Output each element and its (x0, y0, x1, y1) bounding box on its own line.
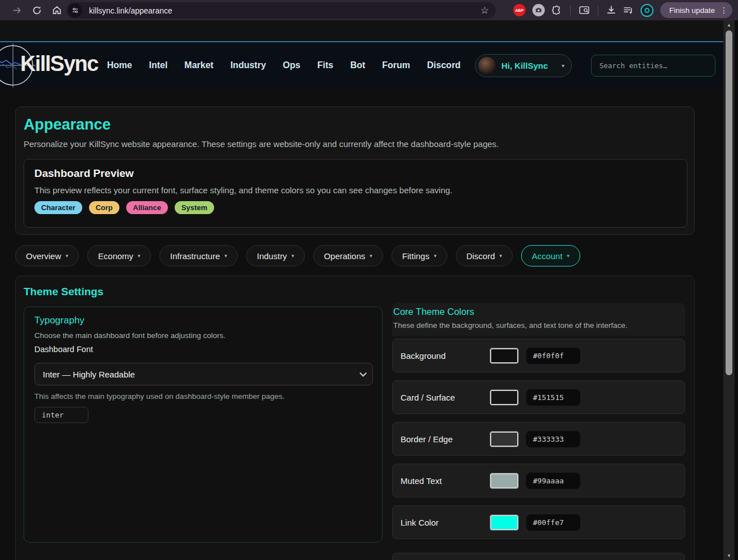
site-settings-icon[interactable] (68, 3, 82, 17)
page-title: Appearance (24, 116, 111, 134)
color-swatch[interactable] (490, 432, 518, 447)
browser-toolbar: killsync.link/appearance ☆ ABP Finish up… (0, 0, 738, 20)
nav-home[interactable]: Home (107, 60, 132, 70)
camera-extension-icon[interactable] (532, 4, 545, 16)
badge-system: System (175, 201, 214, 214)
account-greeting: Hi, KillSync (501, 61, 562, 70)
color-row-muted-text: Muted Text #99aaaa (392, 464, 685, 497)
typography-panel: Typography Choose the main dashboard fon… (24, 306, 383, 543)
hex-value: #333333 (526, 431, 580, 447)
scrollbar-thumb[interactable] (726, 30, 732, 375)
playlist-icon[interactable] (623, 6, 634, 15)
tab-discord[interactable]: Discord▾ (456, 245, 513, 266)
caret-down-icon: ▾ (370, 253, 372, 259)
typography-subtitle: Choose the main dashboard font before ad… (34, 331, 225, 340)
badge-corp: Corp (89, 201, 119, 214)
color-swatch[interactable] (490, 390, 518, 405)
nav-market[interactable]: Market (184, 60, 214, 70)
adblock-extension-icon[interactable]: ABP (513, 4, 526, 16)
avatar (478, 57, 496, 74)
theme-settings-title: Theme Settings (24, 286, 103, 298)
downloads-icon[interactable] (606, 5, 616, 15)
caret-down-icon: ▾ (562, 63, 564, 69)
preview-title: Dashboard Preview (34, 167, 134, 180)
main-nav: Home Intel Market Industry Ops Fits Bot … (107, 42, 461, 88)
site-header: KillSync Home Intel Market Industry Ops … (0, 42, 724, 88)
core-colors-subtitle: These define the background, surfaces, a… (393, 321, 684, 330)
core-colors-panel: Core Theme Colors These define the backg… (392, 303, 685, 336)
color-row-background: Background #0f0f0f (392, 339, 685, 372)
page-scrollbar[interactable]: ▲ ▼ (723, 20, 735, 560)
core-colors-title: Core Theme Colors (393, 306, 684, 317)
page-description: Personalize your KillSync website appear… (24, 139, 499, 149)
chevron-down-icon (359, 370, 367, 377)
font-key-chip: inter (34, 407, 88, 423)
caret-down-icon: ▾ (138, 253, 141, 259)
home-icon[interactable] (47, 0, 66, 20)
color-swatch[interactable] (490, 348, 518, 363)
extensions-puzzle-icon[interactable] (552, 5, 562, 16)
hex-value: #99aaaa (526, 473, 580, 489)
scroll-up-icon[interactable]: ▲ (723, 20, 735, 29)
account-menu-button[interactable]: Hi, KillSync ▾ (475, 54, 572, 77)
dashboard-tabs: Overview▾ Economy▾ Infrastructure▾ Indus… (15, 245, 580, 266)
color-row-link-color: Link Color #00ffe7 (392, 505, 685, 539)
url-text[interactable]: killsync.link/appearance (89, 6, 481, 15)
dashboard-preview-card: Dashboard Preview This preview reflects … (24, 159, 687, 228)
color-row-border-edge: Border / Edge #333333 (392, 422, 685, 456)
nav-ops[interactable]: Ops (283, 60, 300, 70)
hex-value: #151515 (526, 389, 580, 406)
browser-menu-icon[interactable]: ⋮ (720, 6, 728, 15)
url-bar[interactable]: killsync.link/appearance ☆ (66, 2, 496, 19)
preview-description: This preview reflects your current font,… (34, 185, 452, 195)
bookmark-star-icon[interactable]: ☆ (481, 5, 489, 16)
selected-font: Inter — Highly Readable (43, 370, 135, 379)
color-swatch[interactable] (490, 515, 518, 530)
tab-fittings[interactable]: Fittings▾ (392, 245, 447, 266)
nav-discord[interactable]: Discord (427, 60, 461, 70)
dashboard-font-label: Dashboard Font (34, 345, 93, 354)
toolbar-divider (570, 6, 571, 15)
hex-value: #00ffe7 (526, 514, 580, 531)
appearance-section: Appearance Personalize your KillSync web… (15, 106, 695, 235)
scroll-down-icon[interactable]: ▼ (723, 551, 735, 560)
color-row-partial (392, 553, 685, 560)
page: KillSync Home Intel Market Industry Ops … (0, 20, 724, 560)
typography-title: Typography (34, 315, 85, 326)
core-colors-header: Core Theme Colors These define the backg… (392, 303, 685, 336)
hex-value: #0f0f0f (526, 348, 580, 364)
caret-down-icon: ▾ (66, 253, 69, 259)
tab-operations[interactable]: Operations▾ (313, 245, 383, 266)
color-row-card-surface: Card / Surface #151515 (392, 380, 685, 414)
caret-down-icon: ▾ (224, 253, 227, 259)
tab-infrastructure[interactable]: Infrastructure▾ (159, 245, 238, 266)
search-input[interactable] (591, 55, 715, 77)
forward-icon[interactable] (7, 0, 26, 20)
badge-character: Character (34, 201, 82, 214)
entity-search (591, 55, 715, 77)
tab-account[interactable]: Account▾ (521, 245, 580, 266)
nav-fits[interactable]: Fits (317, 60, 333, 70)
nav-forum[interactable]: Forum (382, 60, 410, 70)
caret-down-icon: ▾ (434, 253, 437, 259)
theme-settings-section: Theme Settings Typography Choose the mai… (15, 275, 695, 560)
brand-name[interactable]: KillSync (20, 52, 98, 76)
sync-ring-icon[interactable] (641, 4, 653, 17)
finish-update-button[interactable]: Finish update ⋮ (660, 2, 732, 18)
nav-industry[interactable]: Industry (230, 60, 266, 70)
nav-intel[interactable]: Intel (149, 60, 167, 70)
tab-overview[interactable]: Overview▾ (15, 245, 79, 266)
tab-economy[interactable]: Economy▾ (87, 245, 151, 266)
caret-down-icon: ▾ (567, 253, 570, 259)
tab-industry[interactable]: Industry▾ (246, 245, 305, 266)
page-top-strip (0, 20, 724, 41)
refresh-icon[interactable] (27, 0, 46, 20)
window-edge (735, 20, 738, 560)
dashboard-font-select[interactable]: Inter — Highly Readable (34, 363, 373, 385)
badge-alliance: Alliance (126, 201, 168, 214)
nav-bot[interactable]: Bot (350, 60, 366, 70)
preview-badges: Character Corp Alliance System (34, 201, 214, 214)
reading-mode-icon[interactable] (579, 5, 590, 15)
caret-down-icon: ▾ (291, 253, 294, 259)
color-swatch[interactable] (490, 473, 518, 488)
